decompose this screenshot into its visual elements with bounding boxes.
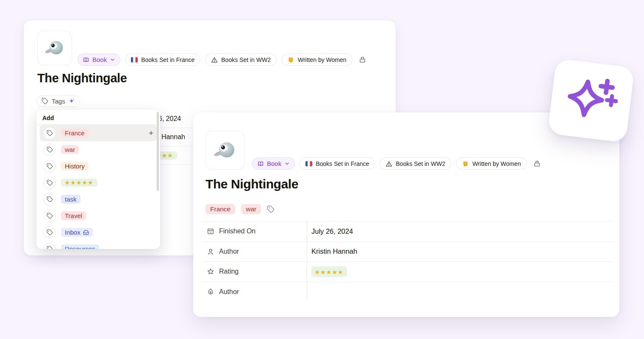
- properties-table: 12 Finished On July 26, 2024 Author: [202, 221, 613, 302]
- sparkle-plus-icon: [561, 71, 621, 130]
- ai-sparkle-icon: [69, 98, 75, 104]
- property-row-finished-on: 12 Finished On July 26, 2024: [202, 221, 613, 242]
- person-icon: [206, 248, 214, 255]
- tags-button[interactable]: Tags: [36, 95, 80, 107]
- tag-option-inbox[interactable]: Inbox: [40, 224, 157, 241]
- page-icon-box[interactable]: [37, 31, 72, 65]
- author-2-value[interactable]: [307, 282, 613, 303]
- notion-ai-sparkle-card[interactable]: [547, 58, 635, 143]
- tag-icon: [43, 160, 56, 173]
- property-label: Finished On: [219, 227, 255, 235]
- book-type-label: Book: [267, 160, 281, 167]
- lock-icon: [533, 160, 541, 168]
- tag-option-history[interactable]: History: [40, 158, 157, 174]
- badge-books-set-in-ww2[interactable]: Books Set in WW2: [380, 157, 451, 170]
- tag-chip-war[interactable]: war: [241, 204, 261, 214]
- pen-nib-icon: [206, 288, 214, 296]
- page-title[interactable]: The Nightingale: [205, 177, 298, 191]
- dropdown-header: Add: [36, 109, 160, 124]
- tag-option-five-stars[interactable]: ★★★★★: [40, 174, 157, 191]
- badge-label: Books Set in WW2: [221, 56, 271, 63]
- property-label: Author: [219, 288, 239, 296]
- page-pill-row: Book Books Set in France Books Set in WW…: [78, 53, 366, 66]
- page-pill-row: Book Books Set in France Books Set in WW…: [252, 157, 541, 170]
- rating-stars: ★★★★★: [315, 269, 344, 275]
- tag-option-task[interactable]: task: [40, 191, 157, 207]
- page-background: Book Books Set in France Books Set in WW…: [0, 0, 644, 339]
- tag-pill: war: [61, 145, 79, 154]
- page-title[interactable]: The Nightingale: [37, 71, 127, 85]
- tag-pill: History: [61, 162, 89, 171]
- tag-pill: France: [61, 129, 89, 137]
- property-row-author-2: Author: [202, 282, 613, 303]
- tag-icon: [43, 226, 56, 239]
- france-flag-icon: [131, 57, 138, 62]
- badge-label: Books Set in France: [316, 160, 369, 167]
- calendar-icon: 12: [206, 227, 214, 235]
- badge-label: Books Set in WW2: [396, 160, 445, 167]
- tags-button-label: Tags: [52, 98, 65, 105]
- lock-icon: [358, 56, 366, 64]
- rating-value[interactable]: ★★★★★: [307, 262, 613, 282]
- page-icon-box[interactable]: [205, 131, 244, 170]
- svg-text:12: 12: [209, 231, 211, 233]
- property-row-rating: Rating ★★★★★: [202, 262, 613, 282]
- chevron-down-icon: [284, 161, 290, 166]
- dropdown-list: France + war History: [36, 125, 160, 249]
- finished-on-value[interactable]: July 26, 2024: [307, 221, 613, 241]
- tag-icon: [43, 177, 56, 189]
- dropdown-scrollbar[interactable]: [157, 112, 159, 191]
- add-tag-plus-icon[interactable]: +: [149, 129, 153, 137]
- princess-emoji-icon: [462, 160, 469, 167]
- tag-chip-france[interactable]: France: [205, 204, 235, 214]
- badge-label: Written by Women: [472, 160, 521, 167]
- tag-icon: [43, 243, 56, 249]
- tag-option-war[interactable]: war: [40, 141, 157, 158]
- tag-icon[interactable]: [267, 205, 275, 213]
- property-author-2[interactable]: Author: [202, 282, 307, 303]
- star-outline-icon: [206, 268, 214, 275]
- property-finished-on[interactable]: 12 Finished On: [202, 221, 307, 241]
- bird-emoji-icon: [45, 38, 64, 58]
- tag-pill: Resources: [61, 244, 99, 249]
- open-book-icon: [83, 56, 89, 63]
- tag-pill: Travel: [61, 211, 86, 220]
- tag-icon: [43, 210, 56, 222]
- property-label: Author: [219, 248, 239, 255]
- applied-tags-row: France war: [205, 204, 275, 214]
- book-type-label: Book: [92, 56, 107, 63]
- book-type-select[interactable]: Book: [252, 157, 295, 170]
- princess-emoji-icon: [287, 56, 294, 63]
- tag-icon: [43, 127, 56, 140]
- badge-books-set-in-ww2[interactable]: Books Set in WW2: [205, 53, 277, 66]
- book-type-select[interactable]: Book: [78, 53, 120, 66]
- front-book-page-card: Book Books Set in France Books Set in WW…: [193, 112, 619, 317]
- tag-pill-stars: ★★★★★: [65, 179, 94, 186]
- tag-icon: [43, 193, 56, 206]
- tag-option-travel[interactable]: Travel: [40, 207, 157, 224]
- badge-written-by-women[interactable]: Written by Women: [281, 53, 353, 66]
- tag-add-dropdown: Add France + war: [36, 109, 160, 249]
- warning-triangle-icon: [211, 56, 218, 63]
- inbox-icon: [83, 230, 89, 235]
- tag-pill: task: [61, 195, 80, 204]
- badge-label: Written by Women: [298, 56, 347, 63]
- bird-emoji-icon: [214, 139, 236, 161]
- badge-written-by-women[interactable]: Written by Women: [456, 157, 527, 170]
- tag-option-france[interactable]: France +: [40, 125, 157, 141]
- chevron-down-icon: [110, 57, 115, 62]
- author-value[interactable]: Kristin Hannah: [307, 242, 613, 262]
- property-rating[interactable]: Rating: [202, 262, 307, 282]
- property-row-author: Author Kristin Hannah: [202, 242, 613, 262]
- tag-pill: Inbox: [65, 229, 80, 236]
- tag-icon: [42, 98, 48, 104]
- france-flag-icon: [305, 161, 312, 166]
- badge-books-set-in-france[interactable]: Books Set in France: [125, 53, 200, 66]
- tag-option-resources[interactable]: Resources: [40, 241, 157, 249]
- open-book-icon: [257, 160, 264, 167]
- badge-books-set-in-france[interactable]: Books Set in France: [300, 157, 375, 170]
- property-label: Rating: [219, 268, 239, 275]
- badge-label: Books Set in France: [141, 56, 194, 63]
- property-author[interactable]: Author: [202, 242, 307, 262]
- tag-icon: [43, 143, 56, 156]
